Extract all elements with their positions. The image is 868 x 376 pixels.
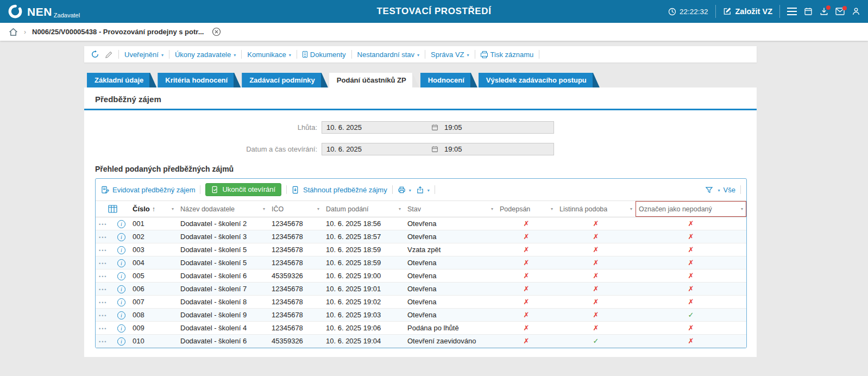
oteviranie-field[interactable]: 10. 6. 2025 19:05 — [322, 143, 554, 155]
menu-item-sprava-vz[interactable]: Správa VZ▾ — [431, 51, 469, 59]
chevron-down-icon: ▾ — [467, 53, 469, 58]
table-row[interactable]: •••i001Dodavatel - školení 21234567810. … — [96, 217, 746, 230]
history-button[interactable] — [91, 50, 99, 59]
cross-icon: ✗ — [593, 298, 599, 306]
column-header-nazev-dodavatele[interactable]: Název dodavatele▾ — [177, 201, 268, 217]
info-icon[interactable]: i — [117, 337, 125, 346]
cell-ico: 12345678 — [268, 243, 323, 256]
row-menu-icon[interactable]: ••• — [99, 300, 107, 305]
lhuta-field[interactable]: 10. 6. 2025 19:05 — [322, 121, 554, 134]
row-menu-icon[interactable]: ••• — [99, 339, 107, 344]
table-row[interactable]: •••i006Dodavatel - školení 71234567810. … — [96, 283, 746, 296]
downloads-button[interactable] — [820, 7, 828, 16]
menu-item-komunikace[interactable]: Komunikace▾ — [247, 51, 291, 59]
filter-caret-icon[interactable]: ▾ — [741, 206, 743, 211]
column-header-ico[interactable]: IČO▾ — [268, 201, 323, 217]
tab-kriteria-hodnoceni[interactable]: Kritéria hodnocení — [158, 73, 241, 87]
oteviranie-time-value[interactable]: 19:05 — [440, 145, 462, 153]
row-menu-icon[interactable]: ••• — [99, 261, 107, 266]
row-menu-icon[interactable]: ••• — [99, 313, 107, 318]
row-menu-icon[interactable]: ••• — [99, 222, 107, 227]
table-row[interactable]: •••i008Dodavatel - školení 91234567810. … — [96, 309, 746, 322]
menu-item-ukony-zadavatele[interactable]: Úkony zadavatele▾ — [175, 51, 236, 59]
stahnout-button[interactable]: Stáhnout předběžné zájmy — [292, 186, 387, 194]
row-menu-icon[interactable]: ••• — [99, 287, 107, 292]
close-record-icon[interactable] — [212, 27, 221, 36]
tab-vysledek-zadavaciho-postupu[interactable]: Výsledek zadávacího postupu — [479, 73, 600, 87]
view-selector-button[interactable]: ▾ Vše — [718, 186, 735, 194]
export-button[interactable]: ▾ — [416, 186, 430, 194]
filter-caret-icon[interactable]: ▾ — [630, 206, 632, 211]
row-menu-icon[interactable]: ••• — [99, 248, 107, 253]
calendar-icon[interactable] — [431, 146, 438, 153]
column-header-cislo[interactable]: Číslo↑▾ — [129, 201, 177, 217]
cell-cislo: 006 — [129, 283, 177, 296]
table-row[interactable]: •••i005Dodavatel - školení 64535932610. … — [96, 270, 746, 283]
print-button[interactable]: ▾ — [398, 186, 411, 194]
tab-podani-ucastniku-zp[interactable]: Podání účastníků ZP — [329, 73, 419, 87]
table-row[interactable]: •••i002Dodavatel - školení 31234567810. … — [96, 230, 746, 243]
info-icon[interactable]: i — [117, 298, 125, 306]
info-icon[interactable]: i — [117, 272, 125, 280]
table-row[interactable]: •••i004Dodavatel - školení 51234567810. … — [96, 256, 746, 270]
info-icon[interactable]: i — [117, 220, 125, 228]
filter-caret-icon[interactable]: ▾ — [399, 206, 401, 211]
column-chooser-button[interactable] — [96, 201, 129, 217]
table-row[interactable]: •••i003Dodavatel - školení 51234567810. … — [96, 243, 746, 256]
menu-item-tisk-zaznamu[interactable]: Tisk záznamu — [481, 51, 534, 59]
row-menu-icon[interactable]: ••• — [99, 326, 107, 331]
column-header-stav[interactable]: Stav▾ — [404, 201, 496, 217]
info-icon[interactable]: i — [117, 246, 125, 254]
nen-home-link[interactable]: NEN Zadavatel — [8, 4, 80, 19]
row-menu-icon[interactable]: ••• — [99, 274, 107, 279]
menu-item-uverejneni[interactable]: Uveřejnění▾ — [124, 51, 163, 59]
main-menu-button[interactable] — [787, 8, 797, 15]
evidovat-button[interactable]: Evidovat předběžný zájem — [101, 186, 195, 194]
ukoncit-oteviranie-button[interactable]: Ukončit otevírání — [205, 183, 281, 196]
column-header-datum-podani[interactable]: Datum podání▾ — [323, 201, 404, 217]
menu-item-dokumenty[interactable]: Dokumenty — [303, 51, 346, 59]
oteviranie-date-value[interactable]: 10. 6. 2025 — [322, 145, 430, 153]
info-icon[interactable]: i — [117, 285, 125, 293]
lhuta-time-value[interactable]: 19:05 — [440, 123, 462, 131]
tab-hodnoceni[interactable]: Hodnocení — [420, 73, 477, 87]
home-icon[interactable] — [9, 28, 18, 36]
filter-caret-icon[interactable]: ▾ — [172, 206, 174, 211]
column-header-oznacen-jako-nepodany[interactable]: Označen jako nepodaný▾ — [636, 201, 746, 217]
lhuta-date-value[interactable]: 10. 6. 2025 — [322, 123, 430, 131]
calendar-button[interactable] — [804, 7, 813, 16]
notification-dot — [826, 5, 831, 10]
row-menu-icon[interactable]: ••• — [99, 235, 107, 240]
cell-nepodany: ✗ — [636, 230, 746, 243]
edit-record-button[interactable] — [105, 51, 113, 59]
breadcrumb-record-label[interactable]: N006/25/V00005438 - Provozování prodejny… — [32, 28, 204, 36]
filter-caret-icon[interactable]: ▾ — [491, 206, 493, 211]
cell-datum: 10. 6. 2025 19:02 — [323, 296, 404, 309]
calendar-icon[interactable] — [431, 124, 438, 131]
filter-caret-icon[interactable]: ▾ — [551, 206, 553, 211]
tab-zakladni-udaje[interactable]: Základní údaje — [87, 73, 156, 87]
info-icon[interactable]: i — [117, 233, 125, 241]
cell-stav: Otevřena — [404, 283, 496, 296]
menu-item-nestandardni-stav[interactable]: Nestandardní stav▾ — [357, 51, 420, 59]
table-row[interactable]: •••i009Dodavatel - školení 41234567810. … — [96, 322, 746, 335]
info-icon[interactable]: i — [117, 311, 125, 319]
column-header-podepsan[interactable]: Podepsán▾ — [496, 201, 556, 217]
create-vz-button[interactable]: Založit VZ — [723, 7, 772, 16]
table-row[interactable]: •••i007Dodavatel - školení 81234567810. … — [96, 296, 746, 309]
cell-cislo: 010 — [129, 335, 177, 348]
cell-stav: Otevřena — [404, 217, 496, 230]
messages-button[interactable] — [835, 8, 845, 15]
profile-button[interactable] — [852, 7, 860, 16]
filter-button[interactable] — [705, 186, 713, 194]
tab-zadavaci-podminky[interactable]: Zadávací podmínky — [242, 73, 328, 87]
form-row-lhuta: Lhůta: 10. 6. 2025 19:05 — [84, 121, 757, 134]
info-icon[interactable]: i — [117, 324, 125, 333]
cell-datum: 10. 6. 2025 18:59 — [323, 256, 404, 270]
table-row[interactable]: •••i010Dodavatel - školení 64535932610. … — [96, 335, 746, 348]
filter-caret-icon[interactable]: ▾ — [263, 206, 265, 211]
info-icon[interactable]: i — [117, 259, 125, 267]
filter-caret-icon[interactable]: ▾ — [317, 206, 319, 211]
session-clock: 22:22:32 — [668, 8, 708, 16]
column-header-listinna-podoba[interactable]: Listinná podoba▾ — [556, 201, 636, 217]
